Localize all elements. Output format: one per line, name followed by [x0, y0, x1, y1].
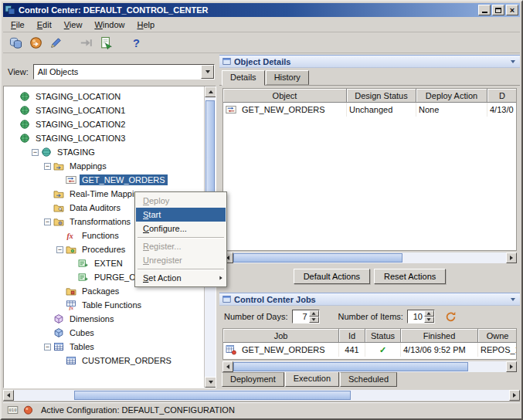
column-header-finished[interactable]: Finished [401, 329, 478, 343]
context-menu-item-configure[interactable]: Configure... [136, 222, 226, 235]
spin-down-icon[interactable] [424, 317, 434, 323]
scroll-down-icon[interactable] [205, 377, 216, 388]
spin-down-icon[interactable] [309, 317, 319, 323]
cube-icon [53, 327, 65, 338]
column-header-deploy-action[interactable]: Deploy Action [416, 89, 487, 103]
jobs-tab-scheduled[interactable]: Scheduled [340, 372, 397, 387]
default-actions-button[interactable]: Default Actions [294, 269, 370, 284]
column-header-job[interactable]: Job [223, 329, 339, 343]
tree-item-label: STAGING_LOCATION1 [33, 105, 127, 116]
scroll-left-icon[interactable] [3, 390, 14, 401]
collapse-icon[interactable]: − [44, 218, 51, 225]
titlebar[interactable]: Control Center: DEFAULT_CONTROL_CENTER × [3, 3, 520, 17]
column-header-owne[interactable]: Owne [478, 329, 517, 343]
jobs-hscrollbar[interactable] [222, 361, 517, 372]
items-spinner[interactable]: 10 [407, 310, 435, 323]
copy-objects-button[interactable] [6, 34, 25, 52]
deploy-icon [29, 36, 42, 49]
tree-item-staging-location[interactable]: STAGING_LOCATION [4, 90, 204, 103]
jobs-tab-deployment[interactable]: Deployment [222, 372, 284, 387]
reset-actions-button[interactable]: Reset Actions [374, 269, 446, 284]
tree-item-cubes[interactable]: Cubes [4, 326, 204, 340]
scrollbar-track[interactable] [14, 390, 509, 401]
details-tab-history[interactable]: History [266, 70, 309, 85]
column-header-design-status[interactable]: Design Status [347, 89, 416, 103]
tree-item-staging-location2[interactable]: STAGING_LOCATION2 [4, 117, 204, 131]
menu-edit[interactable]: Edit [31, 19, 58, 31]
menu-help[interactable]: Help [131, 19, 161, 31]
column-header-id[interactable]: Id [339, 329, 365, 343]
go-to-button [76, 34, 96, 52]
tree-item-label: STAGING [55, 147, 97, 158]
tree-item-label: STAGING_LOCATION2 [33, 119, 127, 130]
tree-item-label: Transformations [67, 216, 133, 227]
collapse-panel-icon[interactable] [509, 60, 517, 63]
view-dropdown[interactable]: All Objects [33, 64, 215, 80]
dimension-icon [53, 313, 65, 324]
collapse-panel-icon[interactable] [509, 298, 517, 301]
context-menu-item-start[interactable]: Start [136, 208, 226, 222]
deploy-button[interactable] [26, 34, 46, 52]
collapse-icon[interactable]: − [44, 163, 51, 170]
tree-item-staging-location3[interactable]: STAGING_LOCATION3 [4, 131, 204, 145]
tree-item-table-functions[interactable]: fxTable Functions [4, 298, 204, 312]
validate-button[interactable] [46, 34, 66, 52]
tree-item-staging-location1[interactable]: STAGING_LOCATION1 [4, 103, 204, 117]
spin-up-icon[interactable] [424, 310, 434, 317]
scrollbar-track[interactable] [233, 252, 506, 263]
tree-item-staging[interactable]: −STAGING [4, 145, 204, 159]
menu-view[interactable]: View [58, 19, 89, 31]
column-header-object[interactable]: Object [223, 89, 347, 103]
restore-button[interactable] [492, 5, 504, 15]
column-header-status[interactable]: Status [365, 329, 401, 343]
cell-text: GET_NEW_ORDERS [242, 105, 325, 114]
tree-item-label: STAGING_LOCATION3 [33, 133, 127, 144]
tree-item-get-new-orders[interactable]: GET_NEW_ORDERS [4, 173, 204, 187]
minimize-button[interactable] [478, 5, 491, 15]
spin-up-icon[interactable] [309, 310, 319, 317]
panel-title: Control Center Jobs [234, 295, 506, 304]
collapse-icon[interactable]: − [44, 344, 51, 351]
dropdown-arrow-icon[interactable] [201, 65, 214, 79]
scrollbar-track[interactable] [233, 361, 506, 372]
close-button[interactable]: × [506, 5, 518, 15]
object-details-hscrollbar[interactable] [222, 252, 517, 263]
menu-file[interactable]: File [5, 19, 31, 31]
run-report-button[interactable] [97, 34, 116, 52]
svg-text:fx: fx [67, 232, 73, 240]
jobs-header: Control Center Jobs [219, 293, 520, 306]
refresh-button[interactable] [445, 311, 457, 323]
main-horizontal-scrollbar[interactable] [3, 390, 520, 401]
scroll-right-icon[interactable] [506, 252, 517, 263]
help-button[interactable]: ? [127, 34, 146, 52]
table-row[interactable]: GET_NEW_ORDERS441✓4/13/06 9:52 PMREPOS_1 [223, 343, 516, 357]
collapse-icon[interactable]: − [56, 246, 63, 253]
tree-item-dimensions[interactable]: Dimensions [4, 312, 204, 326]
scrollbar-thumb[interactable] [233, 362, 468, 371]
scroll-right-icon[interactable] [506, 361, 517, 372]
scrollbar-thumb[interactable] [74, 391, 351, 400]
scroll-up-icon[interactable] [205, 86, 216, 97]
scroll-left-icon[interactable] [222, 361, 233, 372]
tree-item-tables[interactable]: −Tables [4, 340, 204, 354]
table-icon [53, 341, 65, 352]
scrollbar-thumb[interactable] [205, 100, 215, 193]
validate-icon [49, 36, 63, 49]
context-menu-item-set-action[interactable]: Set Action [136, 271, 226, 285]
minimize-icon [482, 12, 487, 13]
jobs-tab-execution[interactable]: Execution [285, 371, 339, 387]
scroll-right-icon[interactable] [509, 390, 520, 401]
panel-icon [222, 57, 231, 66]
days-spinner[interactable]: 7 [292, 310, 320, 323]
details-tab-details[interactable]: Details [222, 70, 265, 86]
tree-item-label: GET_NEW_ORDERS [80, 174, 168, 185]
collapse-icon[interactable]: − [32, 149, 39, 156]
tree-item-mappings[interactable]: −Mappings [4, 159, 204, 173]
menu-window[interactable]: Window [88, 19, 131, 31]
tree-item-customer-orders[interactable]: CUSTOMER_ORDERS [4, 354, 204, 368]
scrollbar-thumb[interactable] [233, 253, 402, 262]
column-header-d[interactable]: D [487, 89, 517, 103]
table-row[interactable]: GET_NEW_ORDERSUnchangedNone4/13/0 [223, 103, 516, 117]
location-icon [19, 133, 31, 144]
context-menu-item-deploy: Deploy [136, 194, 226, 208]
